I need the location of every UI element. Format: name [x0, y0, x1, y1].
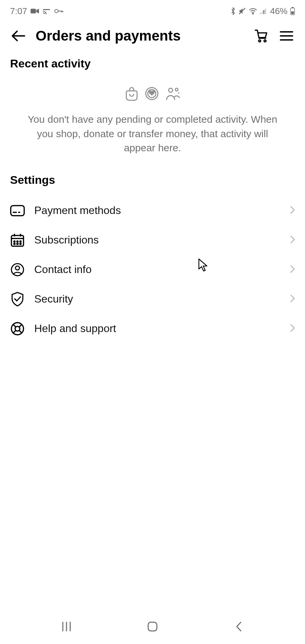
status-time: 7:07	[10, 6, 27, 16]
signal-icon	[260, 8, 267, 14]
vpn-key-icon	[54, 9, 63, 13]
svg-rect-0	[31, 9, 36, 13]
donate-heart-icon	[144, 86, 159, 102]
shield-check-icon	[10, 292, 25, 307]
svg-point-32	[14, 241, 15, 242]
hamburger-menu-icon	[280, 31, 293, 41]
menu-button[interactable]	[278, 28, 295, 44]
home-button[interactable]	[141, 618, 164, 635]
chevron-left-icon	[235, 621, 242, 632]
chevron-right-icon	[290, 235, 295, 245]
svg-line-44	[13, 330, 16, 333]
svg-rect-9	[263, 10, 264, 14]
status-bar: 7:07 46%	[0, 0, 305, 20]
recent-activity-title: Recent activity	[10, 57, 295, 70]
settings-item-label: Subscriptions	[34, 234, 281, 246]
recent-activity-section: Recent activity You don't have any pendi…	[0, 51, 305, 167]
settings-item-help-support[interactable]: Help and support	[5, 314, 300, 343]
empty-state-icons	[22, 86, 283, 102]
arrow-left-icon	[11, 30, 26, 42]
recents-button[interactable]	[55, 618, 78, 635]
svg-rect-7	[260, 13, 261, 14]
empty-state: You don't have any pending or completed …	[10, 76, 295, 164]
cast-icon	[43, 8, 51, 14]
svg-point-6	[252, 13, 253, 14]
svg-point-33	[17, 241, 18, 242]
svg-point-15	[259, 40, 261, 42]
home-icon	[147, 621, 158, 632]
battery-icon	[290, 7, 295, 15]
settings-section: Settings	[0, 167, 305, 196]
svg-rect-49	[148, 622, 157, 631]
shopping-bag-icon	[124, 86, 139, 102]
chevron-right-icon	[290, 294, 295, 304]
svg-rect-13	[291, 11, 294, 14]
settings-item-security[interactable]: Security	[5, 284, 300, 314]
settings-item-payment-methods[interactable]: Payment methods	[5, 196, 300, 225]
svg-point-22	[169, 88, 173, 92]
app-bar: Orders and payments	[0, 20, 305, 51]
page-title: Orders and payments	[36, 28, 244, 44]
svg-point-16	[264, 40, 266, 42]
settings-item-subscriptions[interactable]: Subscriptions	[5, 225, 300, 255]
bluetooth-icon	[230, 7, 236, 15]
calendar-icon	[10, 233, 25, 248]
chevron-right-icon	[290, 265, 295, 274]
svg-rect-8	[262, 11, 263, 14]
people-transfer-icon	[165, 86, 181, 102]
svg-point-23	[175, 88, 178, 91]
back-button[interactable]	[10, 28, 27, 44]
empty-state-text: You don't have any pending or completed …	[22, 112, 283, 155]
chevron-right-icon	[290, 324, 295, 333]
settings-item-label: Payment methods	[34, 204, 281, 217]
svg-point-41	[15, 326, 20, 331]
nav-back-button[interactable]	[227, 618, 250, 635]
status-right: 46%	[230, 6, 295, 16]
settings-list: Payment methods Subscriptions Contact in…	[0, 196, 305, 343]
settings-item-label: Contact info	[34, 263, 281, 276]
system-nav-bar	[0, 612, 305, 644]
settings-title: Settings	[10, 173, 295, 186]
svg-point-1	[55, 9, 58, 13]
video-recording-icon	[31, 8, 39, 14]
wifi-icon	[249, 8, 257, 14]
svg-point-37	[20, 243, 21, 245]
recents-icon	[61, 621, 72, 632]
shopping-cart-icon	[254, 29, 268, 43]
svg-point-36	[17, 243, 18, 245]
svg-line-45	[19, 330, 22, 333]
svg-point-34	[20, 241, 21, 242]
settings-item-contact-info[interactable]: Contact info	[5, 255, 300, 284]
svg-point-39	[15, 266, 19, 270]
svg-line-43	[19, 324, 22, 327]
status-left: 7:07	[10, 6, 63, 16]
svg-point-35	[14, 243, 15, 245]
cart-button[interactable]	[253, 28, 269, 44]
svg-line-42	[13, 324, 16, 327]
lifebuoy-icon	[10, 321, 25, 336]
settings-item-label: Security	[34, 293, 281, 305]
svg-rect-10	[265, 9, 266, 14]
credit-card-icon	[10, 203, 25, 218]
battery-percent: 46%	[270, 6, 288, 16]
svg-point-24	[178, 92, 179, 94]
settings-item-label: Help and support	[34, 322, 281, 335]
svg-rect-25	[11, 206, 24, 216]
mute-icon	[238, 7, 246, 15]
user-circle-icon	[10, 262, 25, 277]
chevron-right-icon	[290, 206, 295, 215]
